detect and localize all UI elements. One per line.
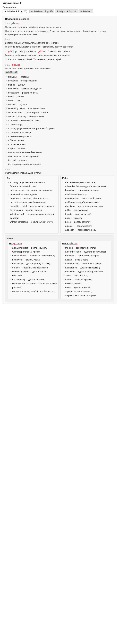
watermark-3: gdz.top [38, 50, 46, 52]
wordlist-header: WORDLIST [5, 71, 18, 74]
list-item: an announcement — объявление [7, 150, 114, 154]
step-2-do-examples: gdz.top I do my homework. gdz.top Я дела… [5, 49, 114, 54]
list-item: the bed — кровать [7, 158, 114, 162]
solution-block: Подробное решение 1 шаг gdz.top Прочитае… [3, 16, 116, 304]
answer-do-column: Do gdz.top a charity project — реализовы… [7, 241, 59, 299]
step-1-text: Прочитаем задание и поймём, что нам нужн… [5, 26, 114, 29]
list-item: a contribution — вклад [7, 130, 114, 134]
list-item: a cake — испечь торт; [64, 258, 110, 262]
step-4-header: 4 шаг [5, 168, 114, 170]
list-item: housework — делать работу по дому; [8, 196, 57, 200]
list-item: the shopping — делать покупки; [8, 208, 57, 212]
make-example: Can you make a coffee? Ты можешь сделать… [7, 57, 114, 61]
solution-title: Подробное решение [5, 18, 114, 20]
watermark-6: gdz.top [69, 242, 77, 245]
list-item: donations — пожертвования [7, 79, 114, 83]
tabs-row: Activity book 1.1 (p. 37) Activity book … [3, 9, 116, 14]
list-item: breakfast — приготовить завтрак; [64, 188, 112, 192]
list-item: breakfast — завтрак [7, 75, 114, 79]
answer-make-header: Make gdz.top [62, 242, 110, 245]
list-item: an experiment — проводить эксперимент; [11, 254, 57, 258]
list-item: donations — сделать пожертвования; [64, 204, 112, 208]
list-item: without something — обойтись без чего-то [8, 220, 57, 224]
list-item: a difference — добиться перемен; [64, 200, 112, 204]
list-item: an experiment — проводить эксперимент; [8, 188, 57, 192]
list-item: friends — завести друзей; [64, 212, 112, 216]
step-1-header: 1 шаг gdz.top [5, 22, 114, 25]
list-item: an experiment — эксперимент [7, 154, 114, 158]
list-item: a board of fame — доска славы [7, 118, 114, 122]
list-item: housework — делать работу по дому; [11, 262, 57, 266]
step-4-columns: Do a charity project — реализовывать бла… [5, 175, 114, 234]
list-item: a charity project — реализовывать благот… [8, 180, 57, 188]
list-item: the bed — заправить постель; [64, 180, 112, 184]
watermark-4: gdz.top [12, 64, 21, 66]
tab-activity-bo[interactable]: Activity bo... [79, 9, 93, 14]
answer-make-list: the bed — заправить постель;a board of f… [62, 246, 110, 298]
step-3-header: 3 шаг gdz.top [5, 64, 114, 66]
step-2-make-note: Глагол to make используется в значении «… [5, 54, 114, 57]
list-item: a speech — речь [7, 146, 114, 150]
page-container: Упражнение 1 Подзадания: Activity book 1… [0, 0, 119, 308]
wordlist: breakfast — завтракdonations — пожертвов… [5, 75, 114, 166]
list-item: something useful — делать что-то полезно… [8, 204, 57, 208]
answer-columns: Do gdz.top a charity project — реализовы… [7, 241, 112, 299]
tab-activity-2[interactable]: Activity book 2 (p. 38) [55, 9, 78, 14]
step-2-header: 2 шаг [5, 38, 114, 40]
do-example-1: gdz.top I do my homework. gdz.top Я дела… [7, 49, 114, 54]
list-item: donations — сделать пожертвования; [64, 270, 110, 274]
do-items-list: a charity project — реализовывать благот… [7, 180, 57, 224]
list-item: a cake — торт [7, 122, 114, 126]
list-item: friends — друзья [7, 83, 114, 87]
list-item: a speech — произносить речь [64, 228, 112, 232]
step-2-text: Вспомним разницу между глаголами to do и… [5, 41, 114, 45]
list-item: breakfast — приготовить завтрак; [64, 254, 110, 258]
step-3-text: Прочитаем слова в рамочке и переведём их… [5, 67, 114, 70]
step-1-detail: Нам нужно разделить слова из рамочки на … [5, 30, 114, 36]
list-item: a poster — делать плакат; [64, 224, 112, 228]
step-2-make-examples: Can you make a coffee? Ты можешь сделать… [5, 57, 114, 61]
answer-make-column: Make gdz.top the bed — заправить постель… [60, 241, 112, 299]
list-item: without something — без чего-либо [7, 114, 114, 118]
list-item: something useful — что-то полезное [7, 106, 114, 110]
tab-activity-1-1[interactable]: Activity book 1.1 (p. 37) [3, 9, 29, 14]
list-item: our best — сделать всё возможное; [11, 266, 57, 270]
exercise-title: Упражнение 1 [3, 2, 116, 5]
answer-label: Ответ [7, 237, 112, 240]
list-item: something useful — делать что-то полезно… [11, 270, 57, 278]
list-item: notes — делать заметки; [64, 286, 110, 290]
list-item: a film — фильм [7, 138, 114, 142]
list-item: a difference — разница [7, 134, 114, 138]
list-item: without something — обойтись без чего-то [11, 290, 57, 294]
list-item: the shopping — покупки, шопинг [7, 162, 114, 166]
list-item: a poster — плакат [7, 142, 114, 146]
list-item: noise — шуметь; [64, 282, 110, 286]
list-item: a contribution — внести свой вклад; [64, 196, 112, 200]
list-item: a film — снять фильм; [64, 208, 112, 212]
list-item: a speech — произносить речь [64, 294, 110, 297]
step-3: 3 шаг gdz.top Прочитаем слова в рамочке … [5, 64, 114, 166]
do-column-header: Do [7, 177, 57, 179]
list-item: a poster — делать плакат; [64, 290, 110, 294]
list-item: a contribution — внести свой вклад; [64, 262, 110, 266]
step-2-do-note: Глагол do используется в значении «выпол… [5, 45, 114, 48]
list-item: volunteer work — заниматься волонтёрской… [11, 282, 57, 290]
list-item: homework — делать уроки; [11, 258, 57, 262]
watermark-5: gdz.top [14, 242, 22, 245]
list-item: a board of fame — сделать доску славы; [64, 184, 112, 188]
list-item: a film — снять фильм; [64, 274, 110, 278]
list-item: notes — записи [7, 95, 114, 98]
list-item: a charity project — реализовывать благот… [11, 246, 57, 254]
list-item: homework — делать уроки; [8, 192, 57, 196]
list-item: the shopping — делать покупки; [11, 278, 57, 282]
list-item: friends — завести друзей; [64, 278, 110, 282]
list-item: our best — сделать всё возможное; [8, 200, 57, 204]
step-2: 2 шаг Вспомним разницу между глаголами t… [5, 38, 114, 62]
list-item: homework — домашнее задание [7, 87, 114, 90]
list-item: the bed — заправить постель; [64, 246, 110, 250]
do-column: Do a charity project — реализовывать бла… [5, 175, 59, 234]
step-4: 4 шаг Распределим слова на две группы. D… [5, 168, 114, 234]
tab-activity-1-2[interactable]: Activity book 1.2 (p. 37) [29, 9, 54, 14]
list-item: a difference — добиться перемен; [64, 266, 110, 270]
answer-do-header: Do gdz.top [9, 242, 57, 245]
